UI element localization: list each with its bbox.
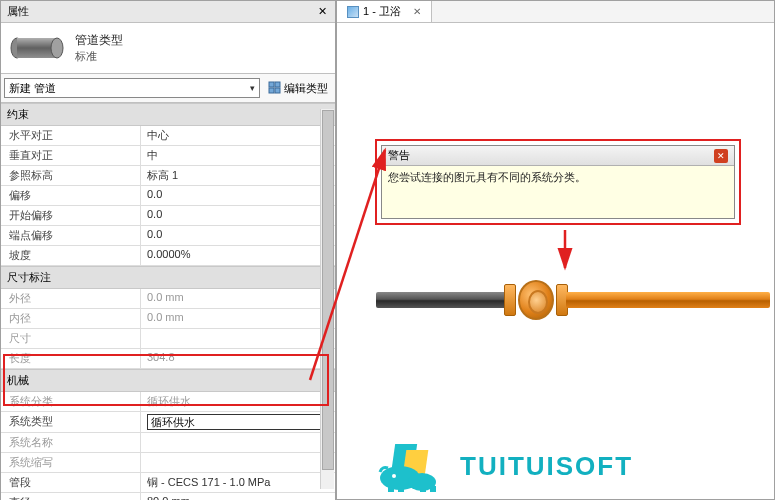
brand-logo: TUITUISOFT — [376, 438, 633, 494]
section-dimensions[interactable]: 尺寸标注 ⌄ — [1, 266, 335, 289]
warning-close-icon[interactable]: ✕ — [714, 149, 728, 163]
property-row[interactable]: 尺寸 — [1, 329, 335, 349]
close-icon[interactable]: ✕ — [315, 5, 329, 19]
pipe-segment-copper — [566, 292, 770, 308]
document-icon — [347, 6, 359, 18]
type-selector-row: 新建 管道 ▾ 编辑类型 — [1, 74, 335, 103]
svg-rect-5 — [269, 88, 274, 93]
property-key: 内径 — [1, 309, 141, 328]
brand-logo-text: TUITUISOFT — [460, 451, 633, 482]
section-constraints[interactable]: 约束 ⌄ — [1, 103, 335, 126]
brand-logo-icon — [376, 438, 448, 494]
svg-rect-16 — [420, 486, 426, 492]
view-tab[interactable]: 1 - 卫浴 ✕ — [337, 1, 432, 22]
warning-title-bar[interactable]: 警告 ✕ — [382, 146, 734, 166]
property-row[interactable]: 开始偏移0.0 — [1, 206, 335, 226]
pipe-junction — [518, 280, 554, 320]
property-key: 开始偏移 — [1, 206, 141, 225]
edit-type-icon — [268, 81, 282, 95]
properties-grid: 约束 ⌄ 水平对正中心垂直对正中参照标高标高 1偏移0.0开始偏移0.0端点偏移… — [1, 103, 335, 500]
property-row[interactable]: 水平对正中心 — [1, 126, 335, 146]
property-row[interactable]: 长度304.8 — [1, 349, 335, 369]
svg-rect-15 — [398, 486, 404, 492]
svg-line-7 — [310, 150, 385, 380]
property-value[interactable]: 铜 - CECS 171 - 1.0 MPa — [141, 473, 335, 492]
property-key: 垂直对正 — [1, 146, 141, 165]
property-key: 系统类型 — [1, 412, 141, 432]
property-row[interactable]: 管段铜 - CECS 171 - 1.0 MPa — [1, 473, 335, 493]
svg-rect-14 — [388, 486, 394, 492]
property-row[interactable]: 垂直对正中 — [1, 146, 335, 166]
svg-rect-3 — [269, 82, 274, 87]
property-key: 偏移 — [1, 186, 141, 205]
pipe-flange — [504, 284, 516, 316]
type-text: 管道类型 标准 — [75, 32, 123, 64]
property-key: 外径 — [1, 289, 141, 308]
svg-point-13 — [392, 474, 396, 478]
type-name: 管道类型 — [75, 32, 123, 49]
svg-rect-4 — [275, 82, 280, 87]
tab-close-icon[interactable]: ✕ — [413, 6, 421, 17]
property-key: 尺寸 — [1, 329, 141, 348]
warning-message: 您尝试连接的图元具有不同的系统分类。 — [382, 166, 734, 189]
property-key: 管段 — [1, 473, 141, 492]
pipe-thumbnail-icon — [7, 29, 67, 67]
property-key: 参照标高 — [1, 166, 141, 185]
edit-type-label: 编辑类型 — [284, 81, 328, 96]
property-value[interactable] — [141, 412, 335, 432]
property-key: 端点偏移 — [1, 226, 141, 245]
property-value[interactable]: 80.0 mm — [141, 493, 335, 500]
selector-label: 新建 管道 — [9, 81, 56, 96]
panel-title: 属性 — [7, 4, 29, 19]
property-key: 水平对正 — [1, 126, 141, 145]
type-style: 标准 — [75, 49, 123, 64]
arrow-warning-to-valve — [555, 228, 575, 280]
property-row[interactable]: 外径0.0 mm — [1, 289, 335, 309]
property-row[interactable]: 系统名称 — [1, 433, 335, 453]
property-key: 系统名称 — [1, 433, 141, 452]
property-row[interactable]: 内径0.0 mm — [1, 309, 335, 329]
section-mechanical[interactable]: 机械 ⌄ — [1, 369, 335, 392]
tab-label: 1 - 卫浴 — [363, 4, 401, 19]
view-tab-row: 1 - 卫浴 ✕ — [337, 1, 774, 23]
property-value[interactable] — [141, 433, 335, 452]
property-key: 系统分类 — [1, 392, 141, 411]
panel-title-bar: 属性 ✕ — [1, 1, 335, 23]
property-row[interactable]: 系统类型 — [1, 412, 335, 433]
svg-point-2 — [51, 38, 63, 58]
warning-dialog: 警告 ✕ 您尝试连接的图元具有不同的系统分类。 — [381, 145, 735, 219]
property-value[interactable] — [141, 453, 335, 472]
type-header[interactable]: 管道类型 标准 — [1, 23, 335, 74]
svg-rect-6 — [275, 88, 280, 93]
property-row[interactable]: 参照标高标高 1 — [1, 166, 335, 186]
pipe-3d-view[interactable] — [376, 274, 772, 334]
property-row[interactable]: 坡度0.0000% — [1, 246, 335, 266]
property-key: 坡度 — [1, 246, 141, 265]
property-input[interactable] — [147, 414, 329, 430]
property-row[interactable]: 系统分类循环供水 — [1, 392, 335, 412]
type-selector[interactable]: 新建 管道 ▾ — [4, 78, 260, 98]
property-key: 系统缩写 — [1, 453, 141, 472]
edit-type-button[interactable]: 编辑类型 — [264, 79, 332, 98]
property-row[interactable]: 直径80.0 mm — [1, 493, 335, 500]
properties-panel: 属性 ✕ 管道类型 标准 新建 管道 ▾ 编辑类 — [0, 0, 336, 500]
property-row[interactable]: 系统缩写 — [1, 453, 335, 473]
property-row[interactable]: 偏移0.0 — [1, 186, 335, 206]
property-key: 直径 — [1, 493, 141, 500]
svg-rect-17 — [430, 486, 436, 492]
chevron-down-icon: ▾ — [250, 83, 255, 93]
property-key: 长度 — [1, 349, 141, 368]
property-row[interactable]: 端点偏移0.0 — [1, 226, 335, 246]
property-value[interactable]: 循环供水 — [141, 392, 335, 411]
